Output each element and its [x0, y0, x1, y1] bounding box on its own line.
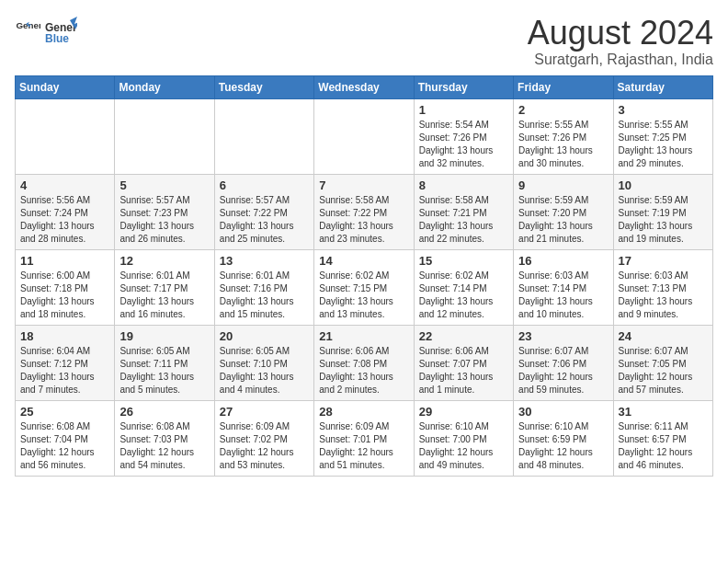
day-header-wednesday: Wednesday	[314, 75, 414, 98]
day-header-sunday: Sunday	[16, 75, 115, 98]
calendar-cell	[214, 98, 313, 174]
day-info: Sunrise: 6:07 AM Sunset: 7:05 PM Dayligh…	[619, 345, 708, 396]
day-info: Sunrise: 6:05 AM Sunset: 7:10 PM Dayligh…	[220, 345, 309, 396]
title-block: August 2024 Suratgarh, Rajasthan, India	[528, 15, 713, 68]
calendar-cell: 31Sunrise: 6:11 AM Sunset: 6:57 PM Dayli…	[613, 400, 712, 476]
day-header-tuesday: Tuesday	[214, 75, 313, 98]
calendar-cell: 4Sunrise: 5:56 AM Sunset: 7:24 PM Daylig…	[16, 174, 115, 249]
calendar-cell: 2Sunrise: 5:55 AM Sunset: 7:26 PM Daylig…	[514, 98, 613, 174]
calendar-cell: 6Sunrise: 5:57 AM Sunset: 7:22 PM Daylig…	[214, 174, 313, 249]
calendar-cell: 7Sunrise: 5:58 AM Sunset: 7:22 PM Daylig…	[314, 174, 414, 249]
day-info: Sunrise: 6:03 AM Sunset: 7:13 PM Dayligh…	[619, 270, 708, 321]
day-info: Sunrise: 6:09 AM Sunset: 7:01 PM Dayligh…	[319, 420, 408, 472]
day-number: 10	[619, 178, 708, 192]
calendar-cell: 9Sunrise: 5:59 AM Sunset: 7:20 PM Daylig…	[514, 174, 613, 249]
calendar-cell: 29Sunrise: 6:10 AM Sunset: 7:00 PM Dayli…	[414, 400, 513, 476]
calendar-cell: 1Sunrise: 5:54 AM Sunset: 7:26 PM Daylig…	[414, 98, 513, 174]
day-number: 25	[20, 405, 109, 419]
day-number: 21	[319, 329, 408, 343]
day-number: 1	[419, 103, 508, 117]
location-subtitle: Suratgarh, Rajasthan, India	[528, 52, 713, 68]
calendar-cell	[314, 98, 414, 174]
day-number: 9	[518, 178, 608, 192]
day-info: Sunrise: 6:09 AM Sunset: 7:02 PM Dayligh…	[220, 420, 309, 472]
day-info: Sunrise: 6:00 AM Sunset: 7:18 PM Dayligh…	[20, 270, 109, 321]
calendar-week-row: 25Sunrise: 6:08 AM Sunset: 7:04 PM Dayli…	[16, 400, 713, 476]
day-number: 7	[319, 178, 408, 192]
calendar-cell: 30Sunrise: 6:10 AM Sunset: 6:59 PM Dayli…	[514, 400, 613, 476]
day-info: Sunrise: 6:06 AM Sunset: 7:08 PM Dayligh…	[319, 345, 408, 396]
day-number: 19	[119, 329, 209, 343]
day-info: Sunrise: 6:06 AM Sunset: 7:07 PM Dayligh…	[419, 345, 508, 396]
calendar-cell: 8Sunrise: 5:58 AM Sunset: 7:21 PM Daylig…	[414, 174, 513, 249]
day-number: 5	[119, 178, 209, 192]
calendar-cell: 12Sunrise: 6:01 AM Sunset: 7:17 PM Dayli…	[115, 249, 214, 325]
day-number: 24	[619, 329, 708, 343]
month-year-title: August 2024	[528, 15, 713, 52]
day-info: Sunrise: 6:05 AM Sunset: 7:11 PM Dayligh…	[119, 345, 209, 396]
calendar-week-row: 11Sunrise: 6:00 AM Sunset: 7:18 PM Dayli…	[16, 249, 713, 325]
logo-icon: General	[15, 15, 40, 40]
day-number: 16	[518, 254, 608, 268]
calendar-cell: 10Sunrise: 5:59 AM Sunset: 7:19 PM Dayli…	[613, 174, 712, 249]
day-number: 26	[119, 405, 209, 419]
calendar-cell: 22Sunrise: 6:06 AM Sunset: 7:07 PM Dayli…	[414, 325, 513, 400]
calendar-cell: 14Sunrise: 6:02 AM Sunset: 7:15 PM Dayli…	[314, 249, 414, 325]
day-info: Sunrise: 6:03 AM Sunset: 7:14 PM Dayligh…	[518, 270, 608, 321]
day-number: 14	[319, 254, 408, 268]
day-number: 20	[220, 329, 309, 343]
calendar-cell: 27Sunrise: 6:09 AM Sunset: 7:02 PM Dayli…	[214, 400, 313, 476]
day-number: 23	[518, 329, 608, 343]
calendar-week-row: 1Sunrise: 5:54 AM Sunset: 7:26 PM Daylig…	[16, 98, 713, 174]
day-info: Sunrise: 5:55 AM Sunset: 7:26 PM Dayligh…	[518, 119, 608, 170]
day-info: Sunrise: 6:01 AM Sunset: 7:17 PM Dayligh…	[119, 270, 209, 321]
day-number: 13	[220, 254, 309, 268]
logo: General General Blue	[15, 15, 77, 48]
day-number: 30	[518, 405, 608, 419]
day-info: Sunrise: 5:59 AM Sunset: 7:19 PM Dayligh…	[619, 194, 708, 246]
day-info: Sunrise: 5:58 AM Sunset: 7:21 PM Dayligh…	[419, 194, 508, 246]
calendar-week-row: 4Sunrise: 5:56 AM Sunset: 7:24 PM Daylig…	[16, 174, 713, 249]
calendar-cell: 17Sunrise: 6:03 AM Sunset: 7:13 PM Dayli…	[613, 249, 712, 325]
day-number: 18	[20, 329, 109, 343]
calendar-cell	[16, 98, 115, 174]
day-info: Sunrise: 6:01 AM Sunset: 7:16 PM Dayligh…	[220, 270, 309, 321]
calendar-cell: 28Sunrise: 6:09 AM Sunset: 7:01 PM Dayli…	[314, 400, 414, 476]
calendar-cell: 24Sunrise: 6:07 AM Sunset: 7:05 PM Dayli…	[613, 325, 712, 400]
calendar-table: SundayMondayTuesdayWednesdayThursdayFrid…	[15, 75, 713, 477]
day-header-friday: Friday	[514, 75, 613, 98]
day-number: 12	[119, 254, 209, 268]
calendar-cell: 19Sunrise: 6:05 AM Sunset: 7:11 PM Dayli…	[115, 325, 214, 400]
calendar-cell: 26Sunrise: 6:08 AM Sunset: 7:03 PM Dayli…	[115, 400, 214, 476]
calendar-cell: 20Sunrise: 6:05 AM Sunset: 7:10 PM Dayli…	[214, 325, 313, 400]
logo-bird-icon: General Blue	[44, 15, 77, 48]
day-info: Sunrise: 5:55 AM Sunset: 7:25 PM Dayligh…	[619, 119, 708, 170]
day-number: 8	[419, 178, 508, 192]
day-info: Sunrise: 6:10 AM Sunset: 7:00 PM Dayligh…	[419, 420, 508, 472]
day-info: Sunrise: 6:11 AM Sunset: 6:57 PM Dayligh…	[619, 420, 708, 472]
calendar-cell: 5Sunrise: 5:57 AM Sunset: 7:23 PM Daylig…	[115, 174, 214, 249]
day-number: 17	[619, 254, 708, 268]
day-number: 4	[20, 178, 109, 192]
day-number: 2	[518, 103, 608, 117]
day-info: Sunrise: 5:54 AM Sunset: 7:26 PM Dayligh…	[419, 119, 508, 170]
day-number: 15	[419, 254, 508, 268]
day-header-saturday: Saturday	[613, 75, 712, 98]
calendar-cell: 23Sunrise: 6:07 AM Sunset: 7:06 PM Dayli…	[514, 325, 613, 400]
day-number: 22	[419, 329, 508, 343]
calendar-cell: 15Sunrise: 6:02 AM Sunset: 7:14 PM Dayli…	[414, 249, 513, 325]
day-info: Sunrise: 6:08 AM Sunset: 7:04 PM Dayligh…	[20, 420, 109, 472]
day-info: Sunrise: 6:04 AM Sunset: 7:12 PM Dayligh…	[20, 345, 109, 396]
calendar-cell: 13Sunrise: 6:01 AM Sunset: 7:16 PM Dayli…	[214, 249, 313, 325]
calendar-cell: 25Sunrise: 6:08 AM Sunset: 7:04 PM Dayli…	[16, 400, 115, 476]
calendar-cell: 21Sunrise: 6:06 AM Sunset: 7:08 PM Dayli…	[314, 325, 414, 400]
day-info: Sunrise: 5:59 AM Sunset: 7:20 PM Dayligh…	[518, 194, 608, 246]
day-number: 3	[619, 103, 708, 117]
day-header-thursday: Thursday	[414, 75, 513, 98]
day-number: 27	[220, 405, 309, 419]
day-info: Sunrise: 5:58 AM Sunset: 7:22 PM Dayligh…	[319, 194, 408, 246]
svg-text:Blue: Blue	[45, 32, 69, 45]
calendar-cell: 11Sunrise: 6:00 AM Sunset: 7:18 PM Dayli…	[16, 249, 115, 325]
day-number: 6	[220, 178, 309, 192]
day-info: Sunrise: 6:02 AM Sunset: 7:14 PM Dayligh…	[419, 270, 508, 321]
